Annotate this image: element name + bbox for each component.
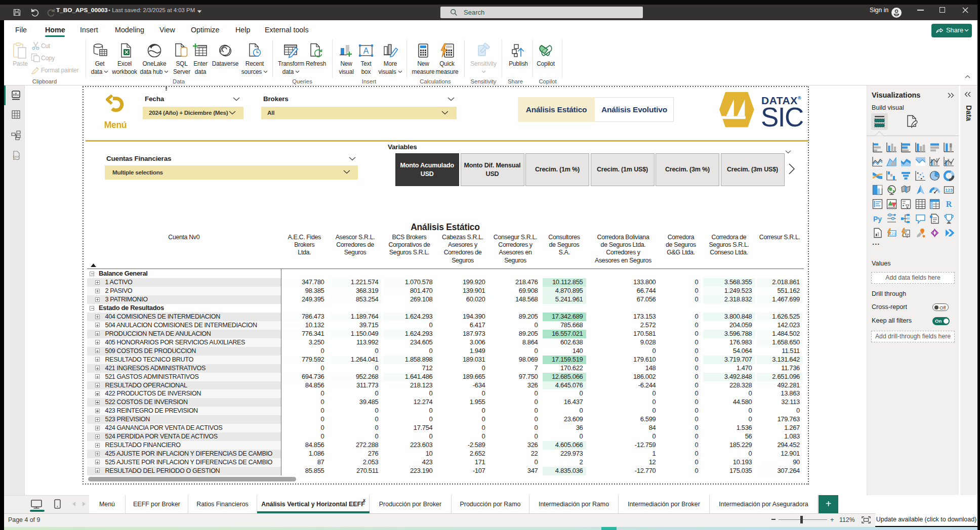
svg-text:R: R bbox=[946, 200, 952, 208]
svg-text:123: 123 bbox=[945, 188, 953, 193]
svg-text:DAX: DAX bbox=[13, 155, 19, 158]
svg-text:A: A bbox=[363, 47, 369, 55]
svg-text:Py: Py bbox=[873, 215, 882, 223]
